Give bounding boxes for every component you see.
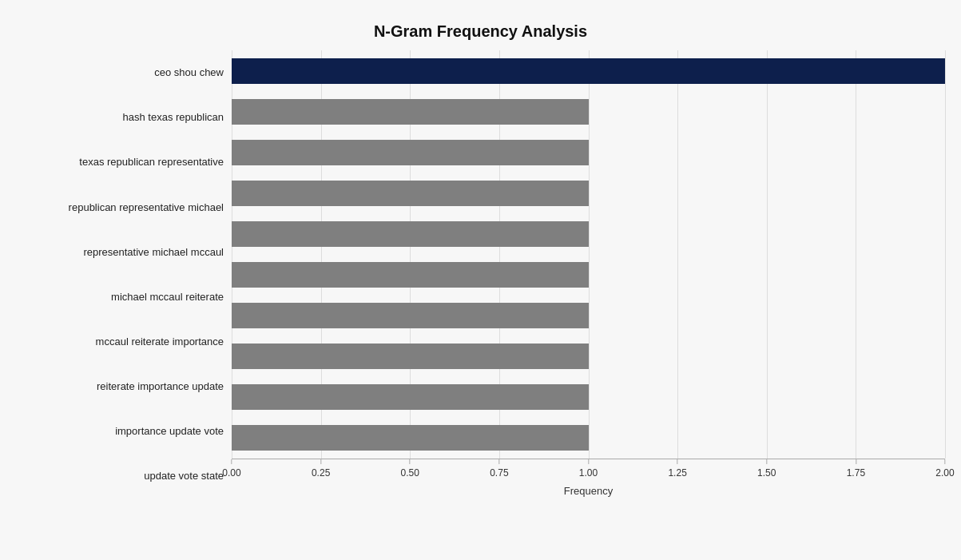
x-axis-title: Frequency <box>232 485 945 497</box>
y-label: update vote state <box>16 468 224 484</box>
y-label: hash texas republican <box>16 109 224 125</box>
bar <box>232 181 589 206</box>
y-label: representative michael mccaul <box>16 244 224 260</box>
x-tick-label: 1.50 <box>757 467 776 479</box>
bar-row <box>232 422 945 454</box>
bar <box>232 99 589 125</box>
x-tick: 2.00 <box>935 459 954 479</box>
x-tick-label: 1.00 <box>579 467 598 479</box>
x-tick: 0.75 <box>490 459 508 479</box>
y-label: texas republican representative <box>16 154 224 170</box>
bar-row <box>232 218 945 250</box>
x-tick-line <box>856 459 856 464</box>
x-axis: Frequency 0.000.250.500.751.001.251.501.… <box>232 459 945 498</box>
x-tick-label: 0.75 <box>490 467 508 479</box>
bar-row <box>232 381 945 413</box>
bar <box>232 58 945 84</box>
x-tick-line <box>677 459 678 464</box>
x-tick-line <box>410 459 411 464</box>
x-tick: 0.50 <box>401 459 419 479</box>
bar <box>232 140 589 165</box>
chart-title: N-Gram Frequency Analysis <box>16 16 945 41</box>
bar <box>232 262 589 288</box>
y-labels: ceo shou chewhash texas republicantexas … <box>16 50 232 498</box>
x-tick-label: 0.00 <box>222 467 240 479</box>
y-label: michael mccaul reiterate <box>16 289 224 305</box>
x-tick: 1.25 <box>668 459 686 479</box>
bar-row <box>232 96 945 128</box>
x-tick-label: 1.25 <box>668 467 686 479</box>
x-tick-line <box>231 459 232 464</box>
x-tick-label: 0.25 <box>312 467 330 479</box>
x-tick: 1.00 <box>579 459 598 479</box>
x-tick-line <box>766 459 767 464</box>
x-tick: 1.75 <box>847 459 865 479</box>
x-tick: 0.25 <box>312 459 330 479</box>
y-label: republican representative michael <box>16 200 224 216</box>
x-tick-label: 1.75 <box>847 467 865 479</box>
bar-row <box>232 137 945 169</box>
bar <box>232 425 589 451</box>
x-tick: 0.00 <box>222 459 240 479</box>
x-tick-line <box>320 459 321 464</box>
bar <box>232 344 589 369</box>
chart-container: N-Gram Frequency Analysis ceo shou chewh… <box>0 0 961 560</box>
y-label: importance update vote <box>16 423 224 439</box>
x-tick-line <box>944 459 945 464</box>
bars-and-xaxis: Frequency 0.000.250.500.751.001.251.501.… <box>232 50 945 498</box>
bars-wrapper <box>232 50 945 459</box>
y-label: reiterate importance update <box>16 379 224 395</box>
bar <box>232 384 589 410</box>
bar-row <box>232 177 945 209</box>
bar-row <box>232 259 945 291</box>
x-tick-label: 0.50 <box>401 467 419 479</box>
bar <box>232 221 589 247</box>
x-tick-label: 2.00 <box>935 467 954 479</box>
bar-row <box>232 300 945 332</box>
y-label: ceo shou chew <box>16 65 224 81</box>
bar-row <box>232 55 945 87</box>
bar <box>232 303 589 328</box>
x-tick-line <box>588 459 589 464</box>
x-tick-line <box>498 459 499 464</box>
x-tick: 1.50 <box>757 459 776 479</box>
chart-area: ceo shou chewhash texas republicantexas … <box>16 50 945 498</box>
bar-row <box>232 340 945 372</box>
y-label: mccaul reiterate importance <box>16 334 224 350</box>
